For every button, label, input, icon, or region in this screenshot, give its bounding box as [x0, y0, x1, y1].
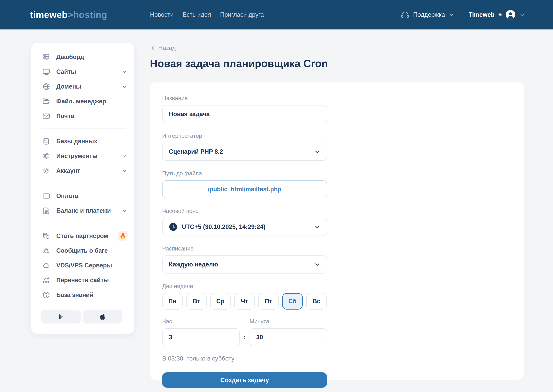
timezone-value: UTC+5 (30.10.2025, 14:29:24)	[182, 223, 266, 231]
minute-input[interactable]	[250, 328, 327, 346]
clock-icon	[169, 223, 177, 231]
sidebar-item-label: Сайты	[56, 68, 116, 75]
chevron-down-icon	[121, 168, 127, 174]
logo-part-hosting: hosting	[73, 9, 107, 20]
notification-dot	[498, 13, 502, 16]
sidebar-item-label: Оплата	[56, 192, 128, 200]
timezone-label: Часовой пояс	[162, 208, 327, 214]
sidebar-item-vds-vps[interactable]: VDS/VPS Серверы	[42, 258, 128, 273]
chevron-down-icon	[519, 12, 525, 18]
sidebar-item-label: Перенести сайты	[56, 277, 128, 284]
migrate-icon	[42, 276, 50, 284]
weekday-tue[interactable]: Вт	[186, 293, 207, 309]
schedule-field: Расписание Каждую неделю	[162, 245, 327, 273]
chevron-down-icon	[121, 69, 127, 75]
sidebar-item-payment[interactable]: Оплата	[42, 189, 128, 203]
chevron-down-icon	[448, 12, 455, 18]
hour-field: Час	[162, 318, 240, 346]
bug-icon	[42, 247, 50, 255]
sidebar-item-sites[interactable]: Сайты	[42, 64, 128, 79]
sidebar-item-label: Дашборд	[56, 54, 128, 61]
sidebar-item-label: База знаний	[56, 291, 128, 299]
chevron-down-icon	[314, 224, 320, 230]
support-menu[interactable]: Поддержка	[400, 10, 455, 19]
timeweb-logo[interactable]: timeweb>hosting	[30, 0, 107, 29]
time-separator: :	[240, 328, 250, 346]
schedule-value: Каждую неделю	[169, 261, 218, 268]
apple-icon	[98, 313, 106, 321]
sidebar-item-knowledge-base[interactable]: База знаний	[42, 287, 128, 302]
sidebar-item-file-manager[interactable]: Файл. менеджер	[42, 94, 128, 109]
back-link[interactable]: Назад	[150, 44, 176, 52]
headphones-icon	[400, 10, 410, 19]
sidebar-item-report-bug[interactable]: Сообщить о баге	[42, 243, 128, 258]
sidebar-item-tools[interactable]: Инструменты	[42, 149, 128, 163]
sidebar-item-label: Сообщить о баге	[56, 247, 128, 254]
sidebar-item-balance-payments[interactable]: Баланс и платежи	[42, 203, 128, 218]
weekdays-field: Дни недели Пн Вт Ср Чт Пт Сб Вс	[162, 283, 327, 309]
top-navigation-bar: timeweb>hosting Новости Есть идея Пригла…	[0, 0, 553, 30]
timezone-field: Часовой пояс UTC+5 (30.10.2025, 14:29:24…	[162, 208, 327, 236]
logo-part-timeweb: timeweb	[30, 9, 68, 20]
chevron-down-icon	[121, 84, 127, 90]
chevron-down-icon	[314, 261, 320, 268]
topnav-link-idea[interactable]: Есть идея	[183, 11, 211, 18]
sidebar-item-label: Аккаунт	[56, 167, 116, 174]
hour-input[interactable]	[162, 328, 240, 346]
sidebar-item-dashboard[interactable]: Дашборд	[42, 49, 128, 64]
page-title: Новая задача планировщика Cron	[150, 57, 524, 70]
sidebar: Дашборд Сайты Домены Файл. менеджер Почт…	[31, 43, 134, 334]
account-label: Timeweb	[469, 11, 495, 18]
schedule-label: Расписание	[162, 245, 327, 252]
sidebar-item-label: Баланс и платежи	[56, 207, 116, 214]
folder-open-icon	[42, 97, 50, 105]
account-menu[interactable]: Timeweb	[469, 10, 525, 20]
sidebar-item-migrate-sites[interactable]: Перенести сайты	[42, 273, 128, 287]
weekday-fri[interactable]: Пт	[258, 293, 279, 309]
chevron-down-icon	[314, 149, 320, 155]
sidebar-item-account[interactable]: Аккаунт	[42, 163, 128, 178]
minute-label: Минута	[250, 318, 327, 325]
cloud-icon	[42, 261, 50, 270]
fire-badge: 🔥	[118, 231, 128, 241]
back-label: Назад	[158, 44, 176, 52]
chevron-down-icon	[121, 153, 127, 159]
sidebar-divider	[41, 183, 126, 183]
google-play-button[interactable]	[41, 310, 81, 323]
weekday-sun[interactable]: Вс	[306, 293, 327, 309]
sidebar-item-label: Инструменты	[56, 153, 116, 160]
question-circle-icon	[42, 291, 50, 299]
timezone-select[interactable]: UTC+5 (30.10.2025, 14:29:24)	[162, 218, 327, 236]
logo-separator: >	[68, 9, 73, 20]
interpreter-select[interactable]: Сценарий PHP 8.2	[162, 143, 327, 161]
file-path-label: Путь до файла	[162, 170, 327, 177]
weekday-sat[interactable]: Сб	[282, 293, 303, 309]
sidebar-item-domains[interactable]: Домены	[42, 79, 128, 94]
weekday-thu[interactable]: Чт	[234, 293, 255, 309]
credit-card-icon	[42, 192, 50, 200]
sidebar-item-databases[interactable]: Базы данных	[42, 134, 128, 149]
document-icon	[42, 207, 50, 215]
cron-task-form-card: Название Интерпретатор Сценарий PHP 8.2 …	[150, 83, 524, 380]
create-task-button[interactable]: Создать задачу	[162, 372, 327, 388]
name-input[interactable]	[162, 105, 327, 123]
gear-icon	[42, 167, 50, 175]
weekday-buttons: Пн Вт Ср Чт Пт Сб Вс	[162, 293, 327, 309]
sidebar-item-mail[interactable]: Почта	[42, 109, 128, 123]
sidebar-divider	[41, 128, 126, 129]
app-store-button[interactable]	[83, 310, 122, 323]
schedule-select[interactable]: Каждую неделю	[162, 255, 327, 273]
sidebar-item-label: Стать партнёром	[56, 232, 112, 239]
weekday-mon[interactable]: Пн	[162, 293, 183, 309]
mail-icon	[42, 112, 50, 120]
topnav-link-news[interactable]: Новости	[150, 11, 174, 18]
app-store-buttons	[41, 310, 128, 323]
hour-label: Час	[162, 318, 240, 325]
topnav-link-invite-friend[interactable]: Пригласи друга	[220, 11, 264, 18]
file-path-input[interactable]	[162, 180, 327, 198]
weekday-wed[interactable]: Ср	[210, 293, 231, 309]
sidebar-item-become-partner[interactable]: Стать партнёром 🔥	[42, 229, 128, 243]
server-icon	[42, 53, 50, 61]
sliders-icon	[42, 152, 50, 160]
name-label: Название	[162, 95, 327, 102]
